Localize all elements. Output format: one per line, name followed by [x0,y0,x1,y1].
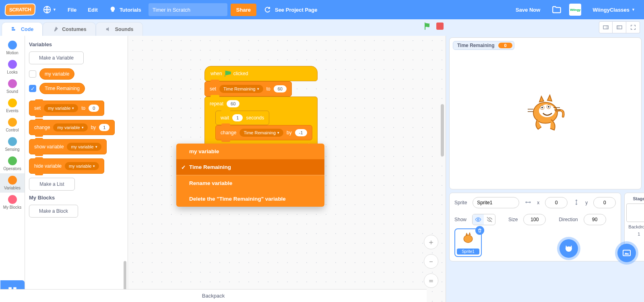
sprite-y-input[interactable] [593,197,616,208]
folder-icon[interactable] [551,4,562,15]
cat-sprite-icon [525,91,566,135]
sprite-size-input[interactable] [523,214,546,225]
cat-looks[interactable]: Looks [0,58,25,77]
lightbulb-icon [109,6,116,13]
project-title-input[interactable] [149,3,227,16]
sprite-direction-input[interactable] [584,214,606,225]
checkbox-time-remaining[interactable]: ✓ [29,85,36,92]
workspace-v-scrollbar[interactable] [441,104,444,156]
make-list-button[interactable]: Make a List [29,178,75,191]
block-wait[interactable]: wait1seconds [215,111,269,125]
visibility-toggle[interactable] [472,214,495,225]
y-arrows-icon [573,199,580,207]
block-change-variable[interactable]: changemy variableby1 [29,120,115,135]
cat-thumb-icon [459,231,477,247]
stage-title: Stage [633,196,644,201]
cat-myblocks[interactable]: My Blocks [0,193,25,212]
tab-costumes[interactable]: Costumes [43,22,95,36]
tab-row: Code Costumes Sounds [0,19,644,36]
green-flag-icon[interactable] [423,21,432,31]
file-menu[interactable]: File [64,4,80,16]
sprite-name-label: Sprite [454,200,467,205]
username-menu[interactable]: WiingyClasses▼ [588,4,639,16]
sound-icon [105,26,112,33]
edit-menu[interactable]: Edit [84,4,102,16]
sprite-on-stage[interactable] [525,91,566,136]
refresh-icon [264,6,271,13]
block-palette: Variables Make a Variable my variable ✓ … [25,36,128,302]
share-button[interactable]: Share [231,4,256,16]
user-avatar[interactable]: Wiingy [569,4,581,16]
stage-variable-monitor[interactable]: Time Remaining0 [453,41,514,50]
block-repeat[interactable]: repeat60 wait1seconds changeTime Remaini… [204,97,318,150]
stage[interactable]: Time Remaining0 [449,37,642,189]
zoom-in-button[interactable]: ＋ [424,235,438,249]
size-label: Size [508,217,518,222]
backdrops-count: 1 [638,232,640,236]
svg-rect-6 [617,26,619,29]
sprite-x-input[interactable] [545,197,568,208]
block-when-flag-clicked[interactable]: whenclicked [204,66,318,81]
ctx-rename-variable[interactable]: Rename variable [176,175,324,191]
tutorials-button[interactable]: Tutorials [105,3,145,16]
tab-code[interactable]: Code [2,22,43,36]
cat-sensing[interactable]: Sensing [0,135,25,154]
workspace-zoom-controls: ＋ － ＝ [424,235,438,288]
ctx-option-my-variable[interactable]: my variable [176,144,324,159]
delete-sprite-button[interactable] [475,226,484,235]
cat-events[interactable]: Events [0,96,25,115]
save-now-button[interactable]: Save Now [512,4,544,16]
see-project-page-button[interactable]: See Project Page [260,3,322,16]
fullscreen-button[interactable] [626,21,640,33]
checkbox-my-variable[interactable] [29,70,36,78]
workspace[interactable]: whenclicked setTime Remainingto60 repeat… [128,36,446,302]
cat-face-icon [564,244,574,253]
cat-control[interactable]: Control [0,115,25,135]
make-variable-button[interactable]: Make a Variable [29,51,84,64]
cat-sound[interactable]: Sound [0,77,25,96]
add-sprite-button[interactable] [559,239,578,258]
variable-pill[interactable]: Time Remaining [39,83,85,94]
scratch-logo[interactable]: SCRATCH [4,3,36,16]
ctx-option-time-remaining[interactable]: Time Remaining [176,159,324,175]
category-column: Motion Looks Sound Events Control Sensin… [0,36,25,302]
block-set-variable[interactable]: setmy variableto0 [29,101,104,116]
cat-operators[interactable]: Operators [0,154,25,173]
svg-point-17 [464,235,473,243]
visibility-show[interactable] [473,214,484,225]
code-icon [11,26,18,33]
stage-column: Time Remaining0 [446,36,644,302]
language-menu[interactable]: ▼ [39,2,60,17]
stage-large-button[interactable] [613,21,626,33]
add-backdrop-button[interactable] [617,244,636,262]
ctx-delete-variable[interactable]: Delete the "Time Remaining" variable [176,191,324,207]
visibility-hide[interactable] [484,214,495,225]
variable-pill[interactable]: my variable [39,68,74,80]
block-change-time[interactable]: changeTime Remainingby-1 [215,125,312,140]
stop-icon[interactable] [436,23,444,30]
sprite-thumbnail[interactable]: Sprite1 [454,228,482,257]
zoom-reset-button[interactable]: ＝ [424,273,438,288]
script-stack[interactable]: whenclicked setTime Remainingto60 repeat… [204,66,318,150]
backdrops-label: Backdrops [628,224,644,229]
sprite-name-input[interactable] [473,197,519,208]
cat-motion[interactable]: Motion [0,38,25,58]
sprite-list: Sprite1 [454,228,616,257]
variable-time-remaining[interactable]: ✓ Time Remaining [29,83,124,94]
make-block-button[interactable]: Make a Block [29,205,78,218]
block-set-time[interactable]: setTime Remainingto60 [204,81,292,97]
variable-my-variable[interactable]: my variable [29,68,124,80]
block-hide-variable[interactable]: hide variablemy variable [29,158,104,174]
backpack-bar[interactable]: Backpack [0,289,427,302]
backdrop-thumb[interactable] [626,203,644,222]
stage-small-button[interactable] [599,21,613,33]
main-area: Motion Looks Sound Events Control Sensin… [0,36,644,302]
block-show-variable[interactable]: show variablemy variable [29,139,107,154]
tab-sounds[interactable]: Sounds [96,22,143,36]
stage-size-controls [599,21,640,33]
sprite-info-panel: Sprite x y Show Size [449,193,621,261]
svg-rect-4 [606,26,608,29]
menu-right: Save Now Wiingy WiingyClasses▼ [512,4,639,16]
zoom-out-button[interactable]: － [424,254,438,269]
cat-variables[interactable]: Variables [0,173,25,193]
